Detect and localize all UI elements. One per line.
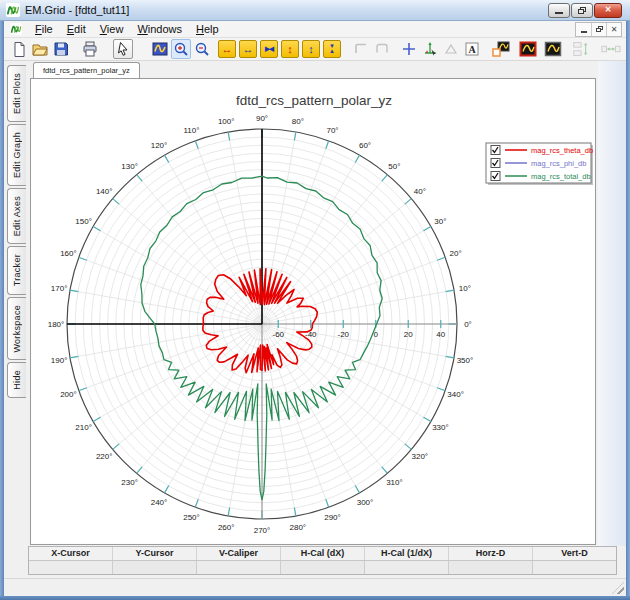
print-button[interactable]	[80, 39, 100, 59]
resize-grip[interactable]	[612, 582, 624, 594]
angle-tick	[382, 467, 387, 474]
angle-label: 100°	[218, 117, 235, 126]
vertical-spacing-button[interactable]	[572, 39, 592, 59]
sidebar-tabs: Edit PlotsEdit GraphEdit AxesTrackerWork…	[4, 63, 29, 546]
sidebar-tab-edit-plots[interactable]: Edit Plots	[7, 65, 26, 122]
angle-label: 260°	[218, 523, 235, 532]
grow-y-button[interactable]: ↕	[301, 39, 321, 59]
angle-label: 310°	[386, 478, 403, 487]
pointer-tool-button[interactable]	[113, 39, 133, 59]
axes-tracker-icon	[422, 41, 438, 57]
zoom-in-button[interactable]	[171, 39, 191, 59]
angle-label: 190°	[51, 356, 68, 365]
close-button[interactable]: ✕	[594, 3, 622, 18]
text-annotation-button[interactable]: A	[462, 39, 482, 59]
angle-tick	[228, 508, 229, 516]
save-button[interactable]	[51, 39, 71, 59]
grid-spoke	[79, 324, 262, 391]
menu-bar: FileEditViewWindowsHelp ✕	[4, 21, 626, 38]
vertical-spacing-icon	[572, 41, 592, 57]
child-minimize-button[interactable]	[576, 23, 591, 36]
angle-label: 0°	[464, 320, 472, 329]
child-restore-icon	[596, 26, 603, 32]
cursor-readout-table: X-CursorY-CursorV-CaliperH-Cal (dX)H-Cal…	[28, 546, 617, 575]
angle-label: 250°	[183, 513, 200, 522]
readout-header-h-cal-dx-: H-Cal (dX)	[281, 547, 365, 560]
axes-tracker-button[interactable]	[420, 39, 440, 59]
sidebar-tab-edit-axes[interactable]: Edit Axes	[7, 188, 26, 244]
legend-label: mag_rcs_phi_db	[531, 159, 586, 168]
expand-y-button[interactable]: ↕	[280, 39, 300, 59]
sidebar-tab-tracker[interactable]: Tracker	[7, 246, 26, 294]
shrink-y-button[interactable]: ▼▲	[322, 39, 342, 59]
angle-label: 200°	[60, 390, 77, 399]
angle-label: 290°	[324, 513, 341, 522]
fit-view-button[interactable]	[150, 39, 170, 59]
angle-label: 180°	[48, 320, 65, 329]
shrink-x-button[interactable]: ▶◀	[259, 39, 279, 59]
sidebar-tab-edit-graph[interactable]: Edit Graph	[7, 124, 26, 186]
angle-tick	[424, 417, 431, 421]
polar-chart-svg: -60-40-20020400°10°20°30°40°50°60°70°80°…	[31, 79, 595, 544]
readout-header-horz-d: Horz-D	[449, 547, 533, 560]
text-annotation-icon: A	[464, 41, 480, 57]
plot-select-button[interactable]	[491, 39, 511, 59]
sidebar-tab-label: Hide	[12, 370, 22, 390]
readout-header-x-cursor: X-Cursor	[29, 547, 113, 560]
open-button[interactable]	[30, 39, 50, 59]
corner-frame-2-button[interactable]	[372, 39, 392, 59]
sidebar-tab-label: Edit Plots	[12, 73, 22, 114]
menu-file[interactable]: File	[28, 22, 60, 36]
menu-edit[interactable]: Edit	[60, 22, 93, 36]
angle-label: 340°	[447, 390, 464, 399]
shrink-y-icon: ▼▲	[323, 40, 341, 58]
angle-tick	[294, 132, 295, 140]
minimize-button[interactable]	[548, 3, 570, 18]
angle-tick	[446, 356, 454, 357]
angle-label: 300°	[357, 498, 374, 507]
angle-tick	[437, 257, 445, 260]
window-border-left	[0, 21, 4, 600]
readout-header-v-caliper: V-Caliper	[197, 547, 281, 560]
child-restore-button[interactable]	[591, 23, 606, 36]
menu-view[interactable]: View	[93, 22, 131, 36]
sidebar-tab-label: Tracker	[12, 254, 22, 286]
child-close-button[interactable]: ✕	[606, 23, 621, 36]
angle-tick	[70, 356, 78, 357]
plot-style-button[interactable]	[543, 39, 563, 59]
angle-tick	[165, 486, 169, 493]
restore-icon	[578, 7, 586, 14]
angle-tick	[195, 499, 198, 507]
sidebar-tab-workspace[interactable]: Workspace	[7, 297, 26, 361]
menu-windows[interactable]: Windows	[130, 22, 189, 36]
plot-select-icon	[492, 41, 510, 57]
angle-label: 120°	[151, 141, 168, 150]
triangle-marker-button[interactable]	[441, 39, 461, 59]
grid-spoke	[262, 324, 445, 391]
zoom-out-button[interactable]	[192, 39, 212, 59]
legend-label: mag_rcs_theta_db	[531, 146, 593, 155]
new-button[interactable]	[9, 39, 29, 59]
plot-canvas[interactable]: -60-40-20020400°10°20°30°40°50°60°70°80°…	[30, 78, 596, 545]
corner-frame-1-button[interactable]	[351, 39, 371, 59]
grow-x-button[interactable]: ↔	[238, 39, 258, 59]
horizontal-spacing-button[interactable]	[601, 39, 621, 59]
title-bar[interactable]: EM.Grid - [fdtd_tut11] ✕	[0, 0, 630, 21]
angle-label: 110°	[184, 126, 200, 135]
angle-label: 330°	[432, 423, 449, 432]
triangle-marker-icon	[443, 41, 459, 57]
expand-x-button[interactable]: ↔	[217, 39, 237, 59]
plot-style-active-button[interactable]	[518, 39, 538, 59]
chart-title: fdtd_rcs_pattern_polar_yz	[236, 93, 392, 108]
restore-button[interactable]	[571, 3, 593, 18]
menu-help[interactable]: Help	[189, 22, 226, 36]
pointer-tool-icon	[115, 41, 131, 57]
document-tab[interactable]: fdtd_rcs_pattern_polar_yz	[33, 62, 140, 78]
sidebar-tab-hide[interactable]: Hide	[7, 362, 26, 398]
corner-frame-2-icon	[374, 41, 390, 57]
add-marker-button[interactable]	[399, 39, 419, 59]
horizontal-spacing-icon	[601, 41, 621, 57]
angle-tick	[113, 199, 120, 204]
angle-tick	[355, 486, 359, 493]
zoom-out-icon	[194, 41, 210, 57]
